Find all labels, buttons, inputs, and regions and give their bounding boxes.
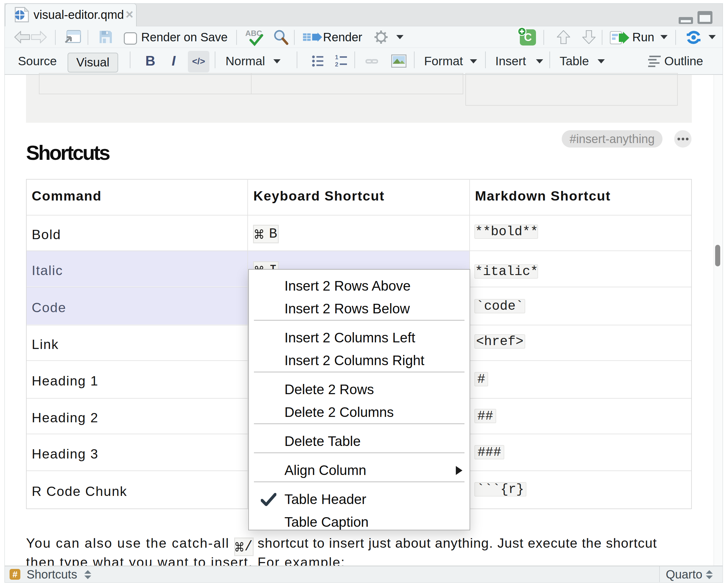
svg-text:2: 2 xyxy=(335,61,338,68)
svg-text:1: 1 xyxy=(335,54,338,60)
